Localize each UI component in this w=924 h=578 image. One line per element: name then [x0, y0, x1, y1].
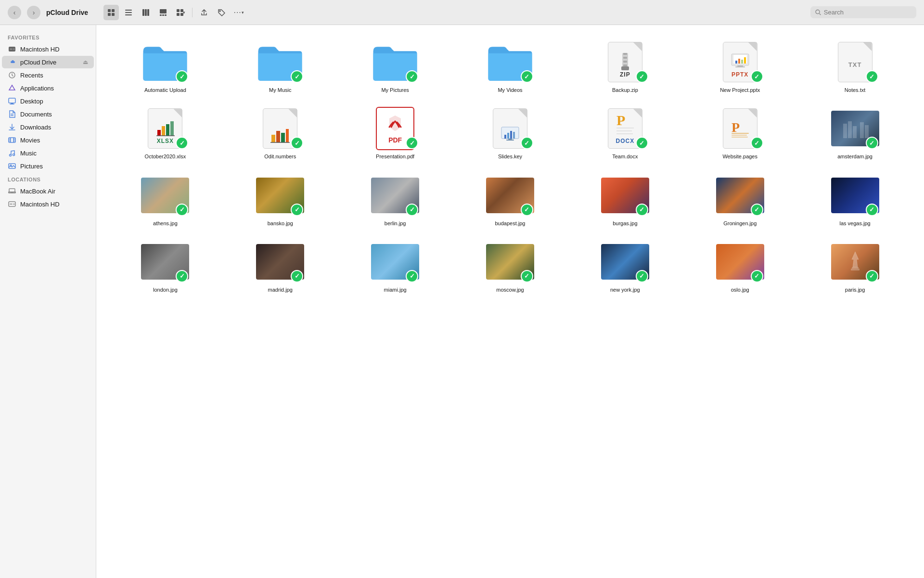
- forward-button[interactable]: ›: [27, 6, 40, 19]
- file-item-miami[interactable]: ✓ miami.jpg: [340, 236, 451, 297]
- file-item-pages[interactable]: P ✓ Website.pages: [684, 103, 796, 164]
- file-item-berlin[interactable]: ✓ berlin.jpg: [340, 170, 451, 231]
- sync-check-badge: ✓: [406, 270, 418, 283]
- svg-rect-50: [623, 64, 627, 66]
- zip-graphic: [616, 52, 635, 71]
- sidebar-item-label: pCloud Drive: [20, 59, 56, 66]
- file-item-moscow[interactable]: ✓ moscow.jpg: [455, 236, 566, 297]
- file-name: My Videos: [498, 87, 522, 93]
- sidebar-item-applications[interactable]: Applications: [2, 82, 94, 94]
- file-item-my-videos[interactable]: ✓ My Videos: [455, 37, 566, 97]
- file-item-amsterdam[interactable]: ✓ amsterdam.jpg: [799, 103, 911, 164]
- svg-rect-55: [738, 59, 740, 64]
- file-item-my-music[interactable]: ✓ My Music: [225, 37, 336, 97]
- file-name: paris.jpg: [845, 286, 865, 293]
- file-name: moscow.jpg: [496, 286, 524, 293]
- photo-icon-wrap: ✓: [141, 240, 189, 283]
- file-item-my-pictures[interactable]: ✓ My Pictures: [340, 37, 451, 97]
- doc-corner: [748, 109, 757, 117]
- svg-rect-61: [162, 126, 165, 136]
- svg-rect-5: [125, 12, 132, 13]
- svg-rect-87: [853, 126, 857, 138]
- xlsx-label: XLSX: [157, 138, 174, 144]
- file-name: madrid.jpg: [268, 286, 293, 293]
- photo-icon-wrap: ✓: [831, 174, 879, 217]
- sidebar-item-movies[interactable]: Movies: [2, 134, 94, 146]
- sidebar-item-macintosh-hd-loc[interactable]: Macintosh HD: [2, 198, 94, 210]
- file-item-budapest[interactable]: ✓ budapest.jpg: [455, 170, 566, 231]
- file-name: Groningen.jpg: [723, 220, 757, 227]
- view-list-button[interactable]: [121, 5, 136, 20]
- xlsx-icon-wrap: XLSX ✓: [141, 107, 189, 150]
- view-columns-button[interactable]: [138, 5, 154, 20]
- sidebar-item-label: Macintosh HD: [20, 201, 60, 208]
- svg-rect-16: [177, 13, 180, 16]
- eject-button[interactable]: ⏏: [83, 59, 88, 65]
- sync-check-badge: ✓: [636, 137, 648, 149]
- file-item-docx[interactable]: P DOCX ✓ Team.docx: [569, 103, 680, 164]
- sidebar-item-pcloud-drive[interactable]: pCloud Drive ⏏: [2, 56, 94, 68]
- view-grid-button[interactable]: [103, 5, 119, 20]
- sidebar-item-desktop[interactable]: Desktop: [2, 95, 94, 107]
- file-item-numbers[interactable]: ✓ Odit.numbers: [225, 103, 336, 164]
- file-grid: ✓ Automatic Upload ✓ My Music: [110, 37, 911, 297]
- file-item-key[interactable]: ✓ Slides.key: [455, 103, 566, 164]
- file-item-pdf[interactable]: PDF ✓ Presentation.pdf: [340, 103, 451, 164]
- folder-icon-wrap: ✓: [371, 40, 419, 84]
- svg-text:P: P: [732, 120, 740, 135]
- search-input[interactable]: [824, 9, 911, 16]
- file-item-groningen[interactable]: ✓ Groningen.jpg: [684, 170, 796, 231]
- file-item-automatic-upload[interactable]: ✓ Automatic Upload: [110, 37, 221, 97]
- acrobat-logo: [386, 114, 404, 133]
- file-item-new-york[interactable]: ✓ new york.jpg: [569, 236, 680, 297]
- share-button[interactable]: [196, 5, 212, 20]
- back-button[interactable]: ‹: [8, 6, 21, 19]
- sync-check-badge: ✓: [636, 70, 648, 83]
- photo-icon-wrap: ✓: [256, 240, 304, 283]
- svg-rect-13: [165, 14, 167, 16]
- file-item-athens[interactable]: ✓ athens.jpg: [110, 170, 221, 231]
- view-more-button[interactable]: ▾: [173, 5, 188, 20]
- svg-rect-59: [735, 66, 745, 67]
- tag-button[interactable]: [214, 5, 229, 20]
- file-item-burgas[interactable]: ✓ burgas.jpg: [569, 170, 680, 231]
- sidebar-item-macbook-air[interactable]: MacBook Air: [2, 185, 94, 197]
- file-name: bansko.jpg: [268, 220, 293, 227]
- amsterdam-skyline: [841, 116, 870, 141]
- sidebar-item-recents[interactable]: Recents: [2, 69, 94, 81]
- svg-rect-47: [623, 53, 627, 55]
- svg-rect-63: [170, 121, 174, 136]
- sidebar-item-documents[interactable]: Documents: [2, 108, 94, 120]
- sync-check-badge: ✓: [521, 137, 533, 149]
- file-item-las-vegas[interactable]: ✓ las vegas.jpg: [799, 170, 911, 231]
- file-item-madrid[interactable]: ✓ madrid.jpg: [225, 236, 336, 297]
- svg-point-38: [10, 154, 12, 156]
- sidebar-item-label: Applications: [20, 85, 54, 92]
- file-item-xlsx[interactable]: XLSX ✓ October2020.xlsx: [110, 103, 221, 164]
- svg-rect-27: [10, 104, 14, 104]
- file-item-backup-zip[interactable]: ZIP ✓ Backup.zip: [569, 37, 680, 97]
- file-item-oslo[interactable]: ✓ oslo.jpg: [684, 236, 796, 297]
- file-item-bansko[interactable]: ✓ bansko.jpg: [225, 170, 336, 231]
- sync-check-badge: ✓: [751, 70, 763, 83]
- svg-rect-58: [737, 65, 743, 66]
- file-name: My Pictures: [381, 87, 409, 93]
- photo-icon-wrap: ✓: [486, 174, 534, 217]
- file-item-paris[interactable]: ✓ paris.jpg: [799, 236, 911, 297]
- sidebar-item-macintosh-hd[interactable]: Macintosh HD: [2, 43, 94, 55]
- sync-check-badge: ✓: [636, 204, 648, 216]
- file-item-pptx[interactable]: PPTX ✓ New Project.pptx: [684, 37, 796, 97]
- svg-rect-10: [160, 9, 167, 13]
- sidebar-item-label: Macintosh HD: [20, 46, 60, 53]
- sidebar-item-music[interactable]: Music: [2, 147, 94, 159]
- file-item-london[interactable]: ✓ london.jpg: [110, 236, 221, 297]
- svg-rect-42: [11, 193, 13, 193]
- sidebar-item-pictures[interactable]: Pictures: [2, 160, 94, 172]
- view-gallery-button[interactable]: [155, 5, 171, 20]
- svg-rect-89: [865, 125, 869, 138]
- action-button[interactable]: ··· ▾: [231, 5, 246, 20]
- search-bar[interactable]: [810, 6, 916, 18]
- sidebar-item-downloads[interactable]: Downloads: [2, 121, 94, 133]
- file-item-txt[interactable]: TXT ✓ Notes.txt: [799, 37, 911, 97]
- sync-check-badge: ✓: [751, 137, 763, 149]
